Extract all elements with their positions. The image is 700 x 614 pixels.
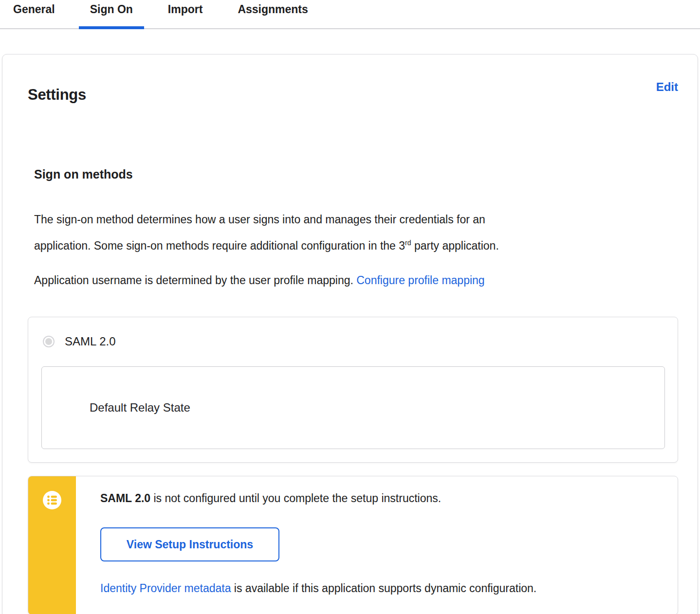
warning-content: SAML 2.0 is not configured until you com… — [76, 476, 556, 614]
username-description: Application username is determined by th… — [34, 269, 678, 292]
edit-link[interactable]: Edit — [656, 80, 678, 94]
warning-message-bold: SAML 2.0 — [100, 492, 150, 505]
sign-on-description: The sign-on method determines how a user… — [34, 208, 678, 257]
description-superscript: rd — [405, 239, 411, 247]
app-tab-bar: General Sign On Import Assignments — [0, 0, 700, 29]
identity-provider-metadata-link[interactable]: Identity Provider metadata — [100, 582, 231, 595]
saml-radio-row: SAML 2.0 — [28, 317, 678, 348]
description-line2-end: party application. — [411, 239, 499, 252]
tab-import[interactable]: Import — [157, 0, 214, 28]
default-relay-state-field: Default Relay State — [41, 366, 665, 449]
saml-radio[interactable] — [43, 336, 55, 347]
warning-message-rest: is not configured until you complete the… — [150, 492, 441, 505]
warning-message: SAML 2.0 is not configured until you com… — [100, 492, 536, 505]
saml-radio-label: SAML 2.0 — [65, 335, 116, 348]
relay-state-label: Default Relay State — [90, 401, 190, 415]
sign-on-methods-heading: Sign on methods — [34, 167, 678, 181]
settings-title: Settings — [28, 86, 86, 104]
configure-profile-mapping-link[interactable]: Configure profile mapping — [356, 274, 484, 287]
username-text: Application username is determined by th… — [34, 274, 356, 287]
description-line1: The sign-on method determines how a user… — [34, 213, 485, 226]
saml-method-box: SAML 2.0 Default Relay State — [28, 317, 678, 463]
list-icon — [43, 491, 61, 509]
warning-stripe — [28, 476, 76, 614]
metadata-rest: is available if this application support… — [231, 582, 536, 595]
settings-card-header: Settings Edit — [28, 76, 678, 114]
view-setup-instructions-button[interactable]: View Setup Instructions — [100, 527, 279, 561]
settings-card: Settings Edit Sign on methods The sign-o… — [2, 54, 698, 614]
warning-banner: SAML 2.0 is not configured until you com… — [28, 476, 678, 614]
description-line2: application. Some sign-on methods requir… — [34, 239, 405, 252]
metadata-text: Identity Provider metadata is available … — [100, 582, 536, 595]
tab-sign-on[interactable]: Sign On — [79, 0, 144, 28]
tab-assignments[interactable]: Assignments — [226, 0, 319, 28]
tab-general[interactable]: General — [2, 0, 66, 28]
